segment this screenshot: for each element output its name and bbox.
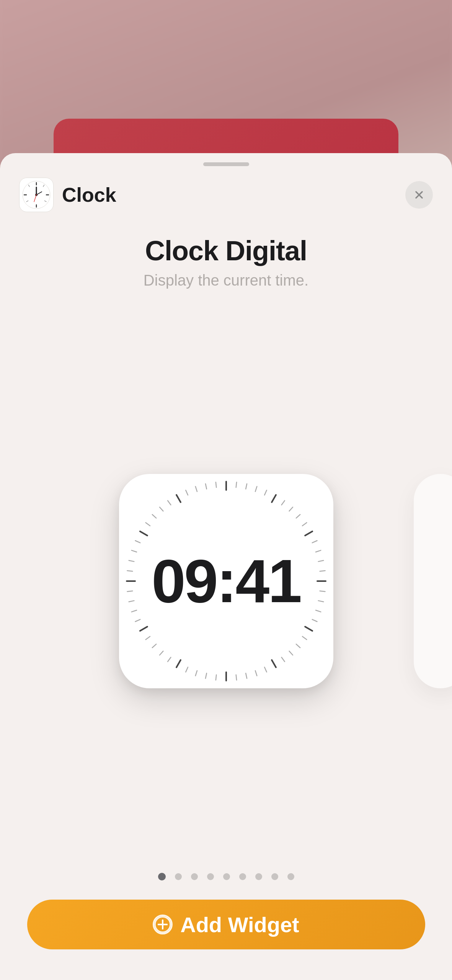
add-widget-label: Add Widget (180, 912, 299, 937)
plus-circle-icon (153, 915, 173, 934)
widget-title: Clock Digital (144, 235, 308, 266)
clock-app-icon-svg (21, 180, 52, 210)
svg-point-15 (36, 194, 37, 196)
app-info: Clock (19, 178, 116, 212)
clock-time-display: 09:41 (152, 546, 300, 616)
plus-icon-svg (154, 916, 171, 933)
pagination-dot-6[interactable] (255, 873, 262, 880)
pagination-dot-0[interactable] (158, 873, 166, 880)
widget-subtitle: Display the current time. (144, 272, 308, 289)
close-button[interactable] (405, 181, 433, 209)
close-icon (413, 189, 425, 201)
sheet-handle[interactable] (203, 162, 249, 166)
pagination-dot-5[interactable] (239, 873, 246, 880)
clock-widget[interactable]: 09:41 (119, 474, 333, 688)
pagination-dots (158, 873, 294, 880)
pagination-dot-7[interactable] (271, 873, 278, 880)
pagination-dot-4[interactable] (223, 873, 230, 880)
sheet-header: Clock (0, 166, 452, 216)
pagination-dot-3[interactable] (207, 873, 214, 880)
add-widget-button[interactable]: Add Widget (27, 900, 425, 949)
app-name: Clock (62, 183, 116, 206)
app-icon (19, 178, 54, 212)
widget-preview-area: 09:41 (0, 289, 452, 873)
pagination-dot-2[interactable] (191, 873, 198, 880)
bottom-sheet: Clock Clock Digital Display the current … (0, 153, 452, 980)
pagination-dot-8[interactable] (287, 873, 294, 880)
widget-title-area: Clock Digital Display the current time. (144, 235, 308, 289)
pagination-dot-1[interactable] (175, 873, 182, 880)
svg-point-18 (155, 917, 170, 932)
next-widget-peek (414, 474, 452, 688)
